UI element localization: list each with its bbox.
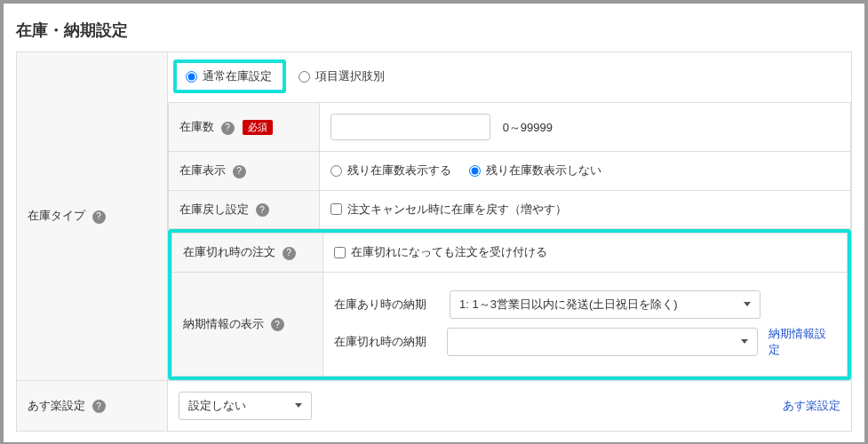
highlight-delivery-block: 在庫切れ時の注文 ? 在庫切れになっても注文を受け付ける bbox=[168, 229, 851, 380]
delivery-label: 納期情報の表示 bbox=[183, 317, 264, 330]
oos-order-cell: 在庫切れになっても注文を受け付ける bbox=[323, 234, 848, 273]
oos-order-checkbox[interactable] bbox=[334, 247, 346, 258]
stock-display-hide-label: 残り在庫数表示しない bbox=[486, 163, 601, 178]
stock-type-label-cell: 在庫タイプ ? bbox=[17, 52, 168, 381]
stock-return-checkbox-wrap[interactable]: 注文キャンセル時に在庫を戻す（増やす） bbox=[330, 202, 567, 218]
chevron-down-icon bbox=[295, 403, 302, 408]
required-badge: 必須 bbox=[243, 120, 273, 135]
tab-normal-stock[interactable]: 通常在庫設定 bbox=[177, 63, 281, 90]
stock-return-label: 在庫戻し設定 bbox=[179, 202, 249, 216]
delivery-instock-value: 1: 1～3営業日以内に発送(土日祝日を除く) bbox=[459, 297, 678, 313]
delivery-outstock-select[interactable] bbox=[447, 328, 758, 356]
delivery-label-cell: 納期情報の表示 ? bbox=[172, 272, 323, 376]
stock-return-checkbox[interactable] bbox=[330, 203, 342, 215]
oos-order-checkbox-wrap[interactable]: 在庫切れになっても注文を受け付ける bbox=[334, 244, 547, 260]
stock-qty-cell: 0～99999 bbox=[320, 103, 851, 152]
stock-return-cell: 注文キャンセル時に在庫を戻す（増やす） bbox=[320, 190, 851, 229]
stock-return-label-cell: 在庫戻し設定 ? bbox=[169, 190, 320, 229]
stock-display-hide-radio[interactable] bbox=[469, 165, 481, 177]
stock-type-content: 通常在庫設定 項目選択肢別 在庫数 bbox=[168, 52, 852, 381]
stock-type-tabs: 通常在庫設定 項目選択肢別 bbox=[168, 52, 851, 102]
oos-order-label-cell: 在庫切れ時の注文 ? bbox=[172, 234, 323, 273]
asuraku-select[interactable]: 設定しない bbox=[179, 392, 312, 420]
stock-display-label: 在庫表示 bbox=[179, 163, 226, 177]
delivery-instock-select[interactable]: 1: 1～3営業日以内に発送(土日祝日を除く) bbox=[450, 290, 760, 319]
stock-display-show-label: 残り在庫数表示する bbox=[347, 163, 451, 178]
stock-display-cell: 残り在庫数表示する 残り在庫数表示しない bbox=[320, 152, 851, 191]
delivery-cell: 在庫あり時の納期 1: 1～3営業日以内に発送(土日祝日を除く) 在庫切れ時の納… bbox=[323, 272, 848, 376]
asuraku-settings-link[interactable]: あす楽設定 bbox=[783, 398, 840, 414]
stock-qty-label: 在庫数 bbox=[179, 120, 214, 133]
stock-display-show-radio[interactable] bbox=[330, 165, 342, 177]
asuraku-value: 設定しない bbox=[188, 398, 246, 414]
oos-order-chk-label: 在庫切れになっても注文を受け付ける bbox=[351, 244, 547, 260]
stock-type-label: 在庫タイプ bbox=[28, 209, 85, 222]
delivery-instock-label: 在庫あり時の納期 bbox=[334, 297, 450, 313]
help-icon[interactable]: ? bbox=[221, 122, 235, 135]
stock-qty-hint: 0～99999 bbox=[503, 121, 553, 134]
stock-display-show[interactable]: 残り在庫数表示する bbox=[330, 163, 451, 178]
help-icon[interactable]: ? bbox=[92, 210, 106, 224]
stock-qty-label-cell: 在庫数 ? 必須 bbox=[169, 103, 320, 152]
tab-normal-stock-radio[interactable] bbox=[186, 71, 197, 83]
help-icon[interactable]: ? bbox=[283, 247, 296, 260]
stock-display-hide[interactable]: 残り在庫数表示しない bbox=[469, 163, 601, 178]
help-icon[interactable]: ? bbox=[271, 318, 284, 331]
asuraku-cell: 設定しない あす楽設定 bbox=[168, 380, 852, 431]
tab-normal-stock-label: 通常在庫設定 bbox=[203, 68, 272, 84]
chevron-down-icon bbox=[744, 302, 751, 306]
tab-variant-stock[interactable]: 項目選択肢別 bbox=[290, 63, 394, 90]
help-icon[interactable]: ? bbox=[233, 165, 246, 178]
stock-return-chk-label: 注文キャンセル時に在庫を戻す（増やす） bbox=[347, 202, 567, 218]
stock-display-label-cell: 在庫表示 ? bbox=[169, 152, 320, 191]
stock-qty-input[interactable] bbox=[330, 114, 490, 140]
tab-variant-stock-radio[interactable] bbox=[299, 71, 310, 83]
tab-variant-stock-label: 項目選択肢別 bbox=[315, 68, 385, 84]
highlight-tab-normal: 通常在庫設定 bbox=[173, 59, 286, 93]
oos-order-label: 在庫切れ時の注文 bbox=[183, 245, 275, 258]
asuraku-label: あす楽設定 bbox=[28, 399, 85, 412]
help-icon[interactable]: ? bbox=[92, 400, 106, 413]
section-title: 在庫・納期設定 bbox=[16, 20, 852, 41]
asuraku-label-cell: あす楽設定 ? bbox=[17, 380, 168, 431]
delivery-settings-link[interactable]: 納期情報設定 bbox=[768, 326, 836, 358]
help-icon[interactable]: ? bbox=[256, 203, 269, 217]
delivery-outstock-label: 在庫切れ時の納期 bbox=[334, 334, 447, 350]
chevron-down-icon bbox=[741, 339, 748, 344]
